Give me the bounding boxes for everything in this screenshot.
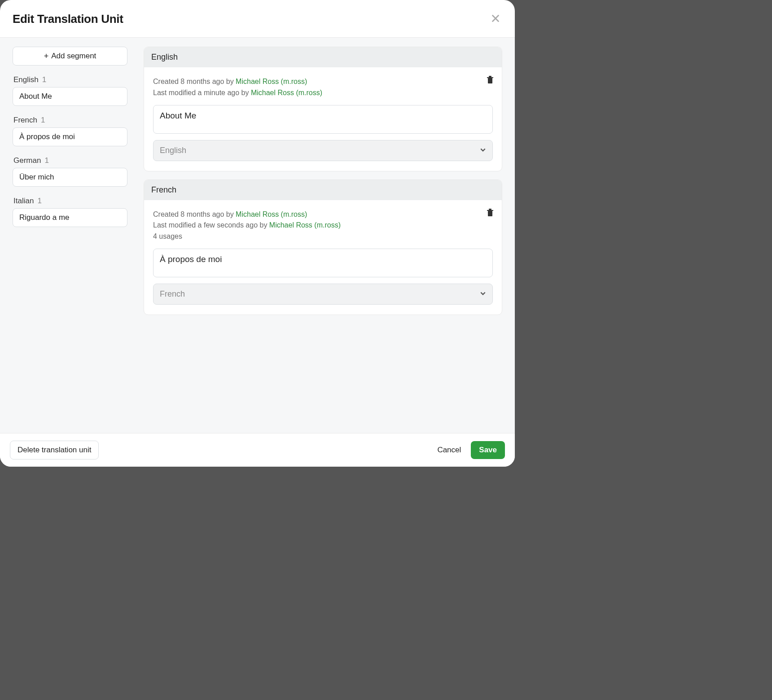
footer-actions: Cancel Save [437, 441, 505, 459]
modal-footer: Delete translation unit Cancel Save [0, 433, 515, 467]
chevron-down-icon [480, 146, 486, 155]
created-prefix: Created 8 months ago by [153, 210, 236, 218]
segment-language-select[interactable]: English [153, 140, 493, 161]
created-user-link[interactable]: Michael Ross (m.ross) [236, 78, 307, 85]
plus-icon: + [44, 52, 49, 60]
lang-count: 1 [44, 156, 48, 165]
segments-panel: English Created 8 months ago by Michael [144, 47, 502, 424]
lang-count: 1 [37, 197, 41, 206]
segment-body: Created 8 months ago by Michael Ross (m.… [144, 200, 502, 315]
modified-meta: Last modified a few seconds ago by Micha… [153, 220, 493, 231]
close-button[interactable] [489, 12, 502, 26]
lang-label-row: Italian 1 [13, 197, 127, 206]
cancel-button[interactable]: Cancel [437, 446, 461, 455]
select-value: French [160, 289, 185, 299]
delete-segment-button[interactable] [485, 206, 496, 219]
modified-meta: Last modified a minute ago by Michael Ro… [153, 88, 493, 99]
lang-value: Riguardo a me [13, 208, 127, 227]
lang-value: À propos de moi [13, 127, 127, 146]
modified-prefix: Last modified a few seconds ago by [153, 221, 269, 229]
sidebar-lang-italian[interactable]: Italian 1 Riguardo a me [13, 197, 127, 227]
created-prefix: Created 8 months ago by [153, 78, 236, 85]
delete-segment-button[interactable] [485, 74, 496, 87]
modal-header: Edit Translation Unit [0, 0, 515, 38]
usages-meta: 4 usages [153, 231, 493, 242]
segment-english: English Created 8 months ago by Michael [144, 47, 502, 171]
delete-unit-button[interactable]: Delete translation unit [10, 441, 99, 459]
add-segment-label: Add segment [51, 52, 96, 61]
svg-rect-5 [487, 210, 493, 211]
sidebar-lang-english[interactable]: English 1 About Me [13, 75, 127, 106]
chevron-down-icon [480, 289, 486, 299]
segment-body: Created 8 months ago by Michael Ross (m.… [144, 67, 502, 171]
add-segment-button[interactable]: + Add segment [13, 47, 127, 66]
created-meta: Created 8 months ago by Michael Ross (m.… [153, 209, 493, 220]
svg-rect-7 [489, 209, 491, 210]
lang-count: 1 [41, 116, 45, 125]
lang-label: Italian [13, 197, 34, 206]
lang-value: Über mich [13, 168, 127, 187]
svg-rect-6 [488, 211, 492, 216]
modified-prefix: Last modified a minute ago by [153, 89, 251, 96]
select-value: English [160, 146, 186, 155]
trash-icon [487, 78, 494, 85]
lang-label: German [13, 156, 41, 165]
sidebar-lang-french[interactable]: French 1 À propos de moi [13, 116, 127, 146]
svg-rect-4 [489, 76, 491, 77]
lang-label-row: English 1 [13, 75, 127, 84]
lang-count: 1 [42, 75, 46, 84]
sidebar: + Add segment English 1 About Me French … [13, 47, 127, 424]
segment-text-input[interactable]: À propos de moi [153, 249, 493, 277]
sidebar-lang-german[interactable]: German 1 Über mich [13, 156, 127, 187]
close-icon [491, 13, 500, 25]
svg-rect-3 [488, 78, 492, 83]
segment-header: French [144, 180, 502, 200]
lang-label: French [13, 116, 37, 125]
modal-body: + Add segment English 1 About Me French … [0, 38, 515, 433]
edit-translation-modal: Edit Translation Unit + Add segment Engl… [0, 0, 515, 467]
svg-rect-2 [487, 77, 493, 78]
modified-user-link[interactable]: Michael Ross (m.ross) [251, 89, 322, 96]
created-meta: Created 8 months ago by Michael Ross (m.… [153, 76, 493, 88]
lang-label-row: German 1 [13, 156, 127, 165]
lang-value: About Me [13, 87, 127, 106]
segment-text-input[interactable]: About Me [153, 105, 493, 134]
segment-language-select[interactable]: French [153, 284, 493, 305]
lang-label: English [13, 75, 39, 84]
save-button[interactable]: Save [471, 441, 505, 459]
lang-label-row: French 1 [13, 116, 127, 125]
segment-header: English [144, 47, 502, 67]
modal-title: Edit Translation Unit [13, 12, 123, 26]
segment-french: French Created 8 months ago by Michael [144, 179, 502, 315]
modified-user-link[interactable]: Michael Ross (m.ross) [269, 221, 341, 229]
trash-icon [487, 211, 494, 218]
created-user-link[interactable]: Michael Ross (m.ross) [236, 210, 307, 218]
